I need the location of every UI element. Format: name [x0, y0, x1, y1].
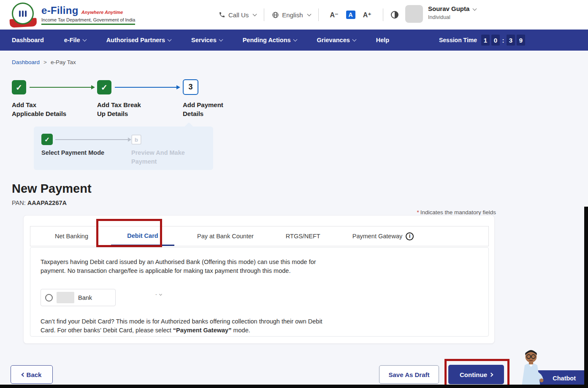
debit-card-intro-text: Taxpayers having Debit card issued by an… [41, 258, 319, 275]
globe-icon [272, 11, 279, 19]
pan-value: AAAPA2267A [27, 199, 67, 206]
info-icon[interactable] [406, 232, 414, 240]
chevron-right-icon [489, 372, 493, 377]
user-menu[interactable]: Sourav Gupta Individual [405, 5, 476, 23]
chevron-down-icon [159, 292, 162, 295]
save-as-draft-button[interactable]: Save As Draft [379, 365, 439, 384]
tab-pay-at-bank-counter[interactable]: Pay at Bank Counter [188, 226, 263, 246]
substep-2-label: Preview And Make Payment [131, 148, 199, 166]
tab-debit-card[interactable]: Debit Card [111, 226, 174, 246]
session-digit: 3 [507, 35, 515, 46]
stepper-caret [184, 122, 193, 131]
bank-option-label: Bank [78, 294, 92, 301]
back-button[interactable]: Back [11, 365, 53, 384]
screenshot-artifact-right-bar [584, 207, 588, 388]
chevron-down-icon [253, 12, 257, 16]
header-tools: Call Us English A⁻ A A⁺ [219, 0, 398, 30]
chevron-down-icon [472, 7, 477, 11]
nav-item-authorised-partners[interactable]: Authorised Partners [106, 37, 171, 43]
nav-item-pending-actions[interactable]: Pending Actions [243, 37, 297, 43]
phone-icon [219, 11, 225, 18]
chevron-down-icon [168, 37, 172, 41]
step-3-label: Add Payment Details [183, 100, 225, 118]
chevron-down-icon [307, 12, 311, 16]
breadcrumb-dashboard-link[interactable]: Dashboard [12, 59, 40, 65]
language-label: English [282, 11, 303, 19]
tab-payment-gateway[interactable]: Payment Gateway [343, 226, 423, 246]
step-1-done-check-icon: ✓ [12, 80, 26, 94]
step-connector-arrow [115, 87, 179, 88]
substep-1-label: Select Payment Mode [41, 148, 105, 157]
payment-sub-stepper: ✓ b Select Payment Mode Preview And Make… [34, 127, 213, 170]
step-1-label: Add Tax Applicable Details [12, 100, 69, 118]
session-timer: Session Time 1 0 : 3 9 [439, 30, 525, 51]
screenshot-artifact-bottom-bar [0, 385, 588, 388]
user-name: Sourav Gupta [428, 5, 469, 12]
pan-line: PAN: AAAPA2267A [12, 199, 67, 206]
session-digit: 1 [481, 35, 490, 46]
bank-option[interactable]: Bank [41, 289, 116, 306]
debit-card-tab-panel: Taxpayers having Debit card issued by an… [30, 247, 489, 337]
session-digit: 0 [491, 35, 500, 46]
page-title: New Payment [12, 182, 92, 196]
chevron-down-icon [219, 37, 223, 41]
debit-card-note-text: Can’t find your Debit Card? This mode is… [41, 317, 332, 335]
substep-1-done-check-icon: ✓ [41, 134, 53, 145]
chevron-down-icon [293, 37, 297, 41]
bank-radio-button[interactable] [45, 294, 53, 302]
breadcrumb-current: e-Pay Tax [51, 59, 76, 65]
step-2-label: Add Tax Break Up Details [97, 100, 150, 118]
avatar [405, 5, 423, 23]
nav-item-e-file[interactable]: e-File [64, 37, 86, 43]
contrast-toggle-icon[interactable] [391, 11, 398, 19]
collapsed-dropdown-remnant[interactable]: - [155, 291, 162, 297]
nav-item-dashboard[interactable]: Dashboard [12, 37, 44, 43]
chatbot-mascot[interactable] [516, 348, 546, 388]
brand-name: e-Filing [41, 5, 79, 16]
nav-item-grievances[interactable]: Grievances [317, 37, 356, 43]
chevron-left-icon [21, 372, 25, 377]
step-3-current: 3 [183, 79, 198, 95]
bank-logo-placeholder [57, 292, 74, 303]
call-us-label: Call Us [228, 11, 249, 19]
user-type: Individual [428, 14, 476, 20]
e-filing-portal: e-Filing Anywhere Anytime Income Tax Dep… [0, 0, 588, 388]
session-digit: 9 [517, 35, 525, 46]
payment-mode-card: Net Banking Debit Card Pay at Bank Count… [23, 215, 495, 344]
brand-department: Income Tax Department, Government of Ind… [41, 17, 135, 25]
tab-net-banking[interactable]: Net Banking [46, 226, 98, 246]
step-connector-arrow [30, 87, 94, 88]
nav-item-help[interactable]: Help [376, 37, 389, 43]
substep-connector-arrow [55, 139, 130, 140]
language-menu[interactable]: English [272, 11, 310, 19]
session-time-label: Session Time [439, 37, 477, 43]
substep-2-pending: b [131, 135, 141, 145]
header: e-Filing Anywhere Anytime Income Tax Dep… [0, 0, 588, 30]
tab-rtgs-neft[interactable]: RTGS/NEFT [276, 226, 330, 246]
pan-label: PAN: [12, 199, 26, 206]
chevron-down-icon [352, 37, 356, 41]
font-increase-button[interactable]: A⁺ [363, 11, 371, 19]
continue-button[interactable]: Continue [448, 365, 504, 384]
income-tax-emblem-icon [11, 3, 36, 27]
session-colon: : [501, 37, 505, 44]
call-us-menu[interactable]: Call Us [219, 11, 256, 19]
brand-tagline: Anywhere Anytime [81, 10, 123, 15]
breadcrumb: Dashboard > e-Pay Tax [12, 59, 76, 65]
main-nav: Dashboard e-File Authorised Partners Ser… [0, 30, 588, 51]
step-2-done-check-icon: ✓ [97, 80, 111, 94]
mandatory-asterisk: * [417, 209, 419, 216]
brand-logo: e-Filing Anywhere Anytime Income Tax Dep… [11, 3, 135, 27]
payment-mode-tabs: Net Banking Debit Card Pay at Bank Count… [30, 226, 489, 246]
mandatory-note: *Indicates the mandatory fields [417, 209, 496, 216]
font-decrease-button[interactable]: A⁻ [330, 11, 339, 19]
breadcrumb-separator: > [43, 59, 47, 65]
chevron-down-icon [82, 37, 87, 41]
payment-stepper: ✓ ✓ 3 Add Tax Applicable Details Add Tax… [0, 80, 295, 120]
font-default-button[interactable]: A [346, 11, 355, 19]
nav-item-services[interactable]: Services [191, 37, 222, 43]
